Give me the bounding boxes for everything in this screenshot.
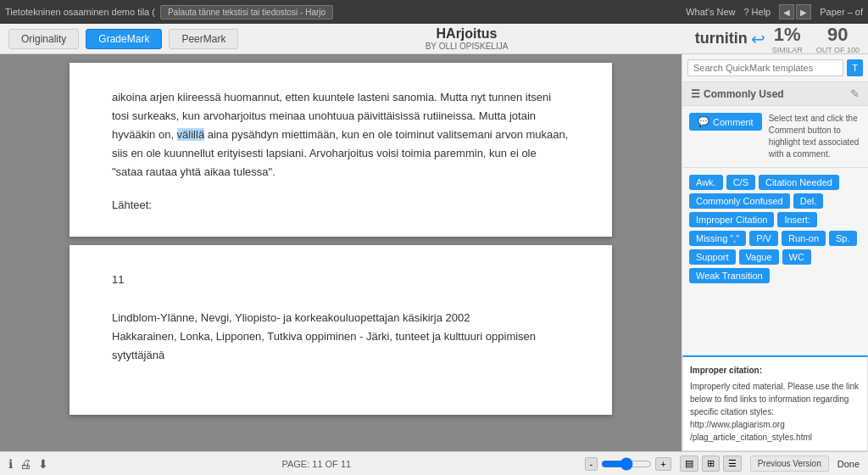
- view-single-button[interactable]: ▤: [680, 455, 698, 472]
- tag-run-on[interactable]: Run-on: [782, 231, 826, 246]
- title-section: Tietotekninen osaaminen demo tila ( Pala…: [5, 5, 681, 20]
- tags-grid: Awk. C/S Citation Needed Commonly Confus…: [682, 168, 868, 290]
- similarity-label: SIMILAR: [772, 46, 803, 54]
- tag-citation-needed[interactable]: Citation Needed: [759, 175, 839, 190]
- info-icon[interactable]: ℹ: [8, 457, 13, 471]
- tag-commonly-confused[interactable]: Commonly Confused: [689, 193, 790, 209]
- comment-section: 💬 Comment Select text and click the Comm…: [682, 106, 868, 168]
- status-text: Done: [837, 459, 860, 469]
- tag-wc[interactable]: WC: [782, 249, 811, 265]
- print-icon[interactable]: 🖨: [19, 457, 31, 471]
- tag-weak-transition[interactable]: Weak Transition: [689, 268, 770, 283]
- main-area: aikoina arjen kiireessä huomannut, etten…: [0, 54, 868, 451]
- status-bar: ℹ 🖨 ⬇ PAGE: 11 OF 11 - + ▤ ⊞ ☰ Previous …: [0, 451, 868, 475]
- tag-pv[interactable]: P/V: [749, 231, 778, 246]
- turnitin-icon: ↩: [751, 29, 765, 49]
- tab-peermark[interactable]: PeerMark: [169, 29, 238, 49]
- similarity-score: 1% SIMILAR: [772, 24, 803, 54]
- document-page-text: aikoina arjen kiireessä huomannut, etten…: [70, 63, 612, 237]
- tag-sp[interactable]: Sp.: [829, 231, 857, 246]
- reference-1: Lindblom-Ylänne, Nevgi, Yliopisto- ja ko…: [112, 309, 570, 327]
- page-number-text: 11 Lindblom-Ylänne, Nevgi, Yliopisto- ja…: [112, 271, 570, 364]
- search-template-button[interactable]: T: [847, 59, 863, 76]
- tag-support[interactable]: Support: [689, 249, 736, 265]
- tag-missing-comma[interactable]: Missing ",": [689, 231, 746, 246]
- zoom-control: - +: [585, 457, 671, 471]
- tag-cs[interactable]: C/S: [726, 175, 755, 190]
- list-icon: ☰: [691, 88, 700, 100]
- citation-tooltip-title: Improper citation:: [690, 364, 860, 377]
- tag-awk[interactable]: Awk.: [689, 175, 723, 190]
- view-icons: ▤ ⊞ ☰: [680, 455, 742, 472]
- navigation-arrows: ◀ ▶: [779, 4, 811, 20]
- view-list-button[interactable]: ☰: [723, 455, 742, 472]
- zoom-out-button[interactable]: -: [585, 457, 598, 471]
- prev-arrow-button[interactable]: ◀: [779, 4, 794, 20]
- page-info: PAGE: 11 OF 11: [57, 459, 576, 469]
- tag-vague[interactable]: Vague: [739, 249, 779, 265]
- edit-icon[interactable]: ✎: [850, 87, 860, 100]
- document-page-refs: 11 Lindblom-Ylänne, Nevgi, Yliopisto- ja…: [70, 245, 612, 415]
- citation-tooltip-text: Improperly cited material. Please use th…: [690, 380, 860, 444]
- document-author: BY OLLI OPISKELIJA: [245, 42, 687, 51]
- paper-label: Paper – of: [820, 7, 863, 17]
- top-bar: Tietotekninen osaaminen demo tila ( Pala…: [0, 0, 868, 24]
- search-input[interactable]: [687, 59, 843, 76]
- help-button[interactable]: ? Help: [743, 7, 771, 17]
- right-panel: T ☰ Commonly Used ✎ 💬 Comment Select tex…: [682, 54, 868, 451]
- panel-header-title: ☰ Commonly Used: [691, 88, 784, 100]
- zoom-slider[interactable]: [601, 457, 652, 471]
- document-title: HArjoitus: [245, 26, 687, 42]
- reference-2: Hakkarainen, Lonka, Lipponen, Tutkiva op…: [112, 327, 570, 365]
- sources-header: Lähteet:: [112, 198, 570, 211]
- tab-originality[interactable]: Originality: [8, 29, 79, 49]
- tag-insert[interactable]: Insert:: [777, 212, 817, 227]
- document-title-section: HArjoitus BY OLLI OPISKELIJA: [245, 26, 687, 51]
- page-num: 11: [112, 271, 570, 289]
- grade-score: 90 OUT OF 100: [816, 24, 860, 54]
- comment-icon: 💬: [698, 116, 709, 127]
- tag-improper-citation[interactable]: Improper Citation: [689, 212, 774, 227]
- window-title: Tietotekninen osaaminen demo tila (: [5, 7, 155, 17]
- similarity-percent: 1%: [772, 24, 803, 46]
- whats-new-link[interactable]: What's New: [686, 7, 735, 17]
- tag-del[interactable]: Del.: [793, 193, 824, 209]
- comment-button[interactable]: 💬 Comment: [689, 113, 762, 131]
- panel-header: ☰ Commonly Used ✎: [682, 82, 868, 106]
- comment-description: Select text and click the Comment button…: [769, 113, 861, 160]
- tab-grademark[interactable]: GradeMark: [86, 29, 162, 49]
- second-bar: Originality GradeMark PeerMark HArjoitus…: [0, 24, 868, 54]
- highlighted-word: välillä: [177, 128, 205, 141]
- turnitin-logo: turnitin ↩: [695, 29, 765, 49]
- turnitin-wordmark: turnitin: [695, 30, 748, 48]
- question-icon: ?: [743, 7, 748, 17]
- sources-section: Lähteet:: [112, 198, 570, 211]
- search-bar: T: [682, 54, 868, 82]
- document-body-text: aikoina arjen kiireessä huomannut, etten…: [112, 88, 570, 182]
- zoom-in-button[interactable]: +: [655, 457, 670, 471]
- status-icons: ℹ 🖨 ⬇: [8, 457, 48, 471]
- next-arrow-button[interactable]: ▶: [796, 4, 811, 20]
- view-grid-button[interactable]: ⊞: [702, 455, 720, 472]
- grade-number: 90: [816, 24, 860, 46]
- previous-version-button[interactable]: Previous Version: [750, 455, 829, 472]
- top-right-actions: What's New ? Help ◀ ▶ Paper – of: [686, 4, 863, 20]
- score-section: 1% SIMILAR 90 OUT OF 100: [772, 24, 860, 54]
- citation-tooltip: Improper citation: Improperly cited mate…: [682, 355, 868, 451]
- download-icon[interactable]: ⬇: [38, 457, 48, 471]
- document-area: aikoina arjen kiireessä huomannut, etten…: [0, 54, 682, 451]
- grade-label: OUT OF 100: [816, 46, 860, 54]
- comment-label: Comment: [713, 117, 754, 127]
- restore-button[interactable]: Palauta tänne tekstisi tai tiedostosi - …: [160, 5, 333, 20]
